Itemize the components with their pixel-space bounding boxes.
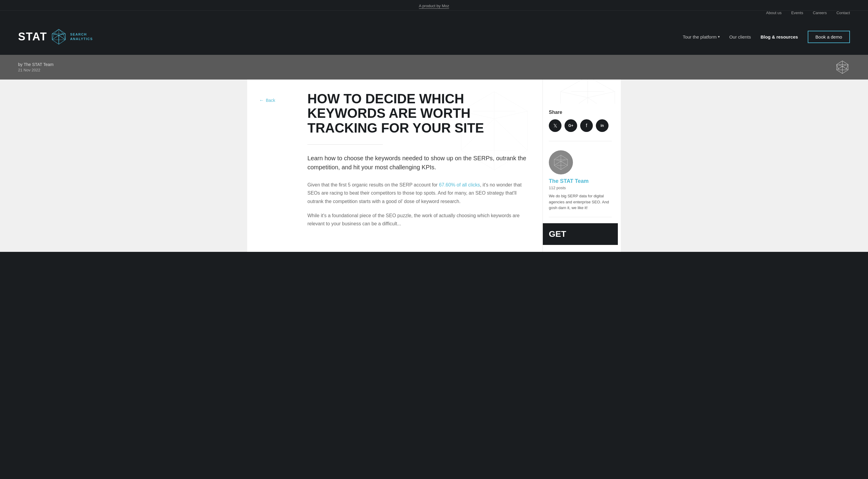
back-link[interactable]: ← Back — [259, 98, 301, 103]
nav-about-us[interactable]: About us — [766, 10, 781, 15]
book-demo-button[interactable]: Book a demo — [808, 31, 850, 43]
share-section: Share 𝕏 G+ f in — [549, 110, 612, 141]
nav-contact[interactable]: Contact — [836, 10, 850, 15]
get-section: GET — [543, 223, 618, 245]
svg-line-38 — [494, 119, 527, 150]
left-sidebar: ← Back — [247, 79, 307, 252]
share-gplus-button[interactable]: G+ — [564, 119, 577, 132]
logo-stat-text: STAT — [18, 30, 47, 43]
svg-line-11 — [52, 35, 59, 40]
get-title: GET — [549, 229, 612, 239]
author-avatar — [549, 150, 573, 174]
svg-line-25 — [842, 64, 848, 66]
nav-our-clients[interactable]: Our clients — [730, 34, 751, 39]
svg-line-47 — [588, 98, 615, 104]
twitter-icon: 𝕏 — [553, 123, 557, 129]
article-byline: by The STAT Team 21 Nov 2022 — [18, 62, 54, 72]
article-body-1-before: Given that the first 5 organic results o… — [307, 182, 439, 187]
svg-line-20 — [52, 40, 59, 44]
svg-line-19 — [63, 34, 65, 40]
author-section: The STAT Team 112 posts We do big SERP d… — [549, 150, 612, 217]
share-twitter-button[interactable]: 𝕏 — [549, 119, 561, 132]
logo-search-analytics-text: SEARCH ANALYTICS — [70, 32, 93, 41]
svg-line-35 — [461, 111, 494, 119]
sidebar-geo-decoration — [555, 79, 618, 104]
svg-line-9 — [52, 34, 59, 35]
svg-line-56 — [561, 161, 567, 165]
nav-tour-platform[interactable]: Tour the platform ▾ — [683, 34, 720, 39]
secondary-nav: About us Events Careers Contact — [0, 10, 868, 19]
svg-line-54 — [561, 159, 567, 161]
product-link[interactable]: A product by Moz — [419, 4, 449, 9]
share-facebook-button[interactable]: f — [580, 119, 593, 132]
share-icons: 𝕏 G+ f in — [549, 119, 612, 132]
author-bio: We do big SERP data for digital agencies… — [549, 193, 612, 211]
article-divider — [307, 144, 383, 145]
logo[interactable]: STAT — [18, 28, 93, 46]
article-author: by The STAT Team — [18, 62, 54, 67]
article-date: 21 Nov 2022 — [18, 68, 54, 72]
article-main: HOW TO DECIDE WHICH KEYWORDS ARE WORTH T… — [307, 79, 542, 252]
main-nav: STAT — [0, 19, 868, 55]
svg-line-18 — [52, 34, 54, 40]
article-header-icon — [835, 60, 850, 75]
article-body-1-link[interactable]: 67.60% of all clicks — [439, 182, 480, 187]
geo-bg-decoration — [449, 86, 539, 176]
svg-line-10 — [59, 34, 65, 35]
back-label: Back — [266, 98, 275, 103]
author-posts: 112 posts — [549, 186, 612, 190]
facebook-icon: f — [586, 123, 587, 128]
author-name[interactable]: The STAT Team — [549, 178, 612, 184]
svg-line-44 — [561, 92, 588, 98]
tour-platform-label: Tour the platform — [683, 34, 717, 39]
svg-line-12 — [59, 35, 65, 40]
top-bar: A product by Moz — [0, 0, 868, 10]
back-arrow-icon: ← — [259, 98, 264, 103]
svg-line-36 — [494, 111, 527, 119]
svg-line-55 — [554, 161, 561, 165]
right-sidebar: Share 𝕏 G+ f in — [542, 79, 618, 252]
share-linkedin-button[interactable]: in — [596, 119, 609, 132]
content-wrapper: ← Back — [247, 79, 621, 252]
author-gem-icon — [552, 153, 570, 171]
article-header-bar: by The STAT Team 21 Nov 2022 — [0, 55, 868, 79]
svg-line-53 — [554, 159, 561, 161]
nav-events[interactable]: Events — [791, 10, 803, 15]
svg-marker-3 — [59, 29, 65, 34]
svg-marker-2 — [52, 29, 59, 34]
svg-line-37 — [461, 119, 494, 150]
article-body-1: Given that the first 5 organic results o… — [307, 181, 530, 205]
svg-line-46 — [561, 98, 588, 104]
article-body-2: While it's a foundational piece of the S… — [307, 212, 530, 228]
svg-line-45 — [588, 92, 615, 98]
nav-careers[interactable]: Careers — [813, 10, 827, 15]
share-title: Share — [549, 110, 612, 115]
nav-blog-resources[interactable]: Blog & resources — [761, 34, 798, 39]
gplus-icon: G+ — [568, 124, 573, 128]
chevron-down-icon: ▾ — [718, 35, 720, 39]
svg-line-24 — [837, 64, 842, 66]
nav-links: Tour the platform ▾ Our clients Blog & r… — [683, 31, 850, 43]
logo-gem-icon — [50, 28, 68, 46]
linkedin-icon: in — [601, 124, 604, 128]
svg-line-21 — [59, 40, 65, 44]
